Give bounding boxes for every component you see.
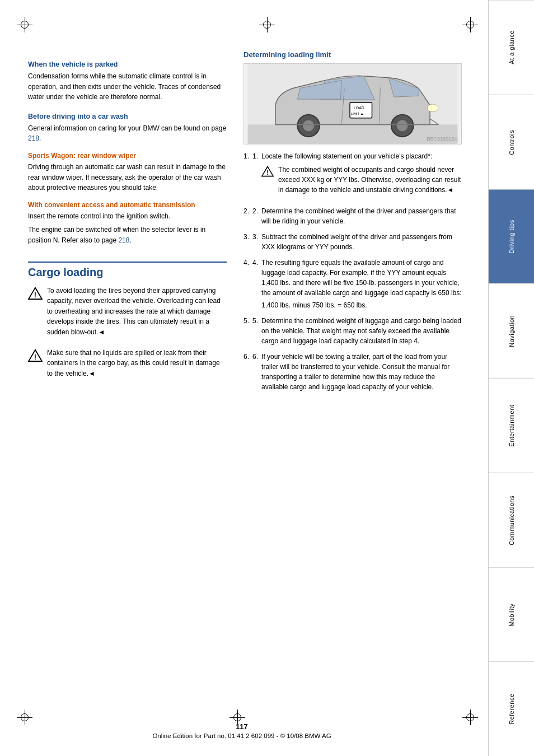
- svg-rect-5: [248, 124, 458, 144]
- main-content: When the vehicle is parked Condensation …: [28, 22, 484, 442]
- list-num-2: 2.: [252, 206, 258, 226]
- sidebar-tab-entertainment[interactable]: Entertainment: [489, 378, 534, 473]
- svg-text:!: !: [34, 353, 36, 361]
- svg-text:!: !: [34, 291, 36, 299]
- list-num-3: 3.: [252, 232, 258, 252]
- list-text-2: Determine the combined weight of the dri…: [261, 206, 462, 226]
- section-car-wash: Before driving into a car wash General i…: [28, 113, 227, 144]
- list-text-6: If your vehicle will be towing a trailer…: [261, 352, 462, 392]
- list-text-1: Locate the following statement on your v…: [261, 152, 432, 160]
- warning-icon-2: !: [28, 348, 43, 363]
- right-sidebar: At a glance Controls Driving tips Naviga…: [488, 0, 534, 756]
- list-num-4: 4.: [252, 258, 258, 310]
- list-item-4: 4. The resulting figure equals the avail…: [243, 258, 462, 310]
- svg-point-7: [303, 120, 314, 132]
- section-sports-wagon: Sports Wagon: rear window wiper Driving …: [28, 152, 227, 193]
- list-item-1: 1. Locate the following statement on you…: [243, 151, 462, 200]
- list-num-5: 5.: [252, 316, 258, 346]
- text-convenient-access-2: The engine can be switched off when the …: [28, 225, 227, 245]
- svg-point-15: [427, 104, 438, 112]
- sidebar-tab-navigation[interactable]: Navigation: [489, 283, 534, 378]
- heading-sports-wagon: Sports Wagon: rear window wiper: [28, 152, 227, 160]
- list-item-3: 3. Subtract the combined weight of the d…: [243, 232, 462, 252]
- svg-rect-12: [350, 102, 372, 118]
- svg-point-9: [397, 120, 408, 132]
- list-num-1: 1.: [252, 151, 258, 200]
- heading-car-wash: Before driving into a car wash: [28, 113, 227, 120]
- sidebar-tab-communications[interactable]: Communications: [489, 473, 534, 567]
- warning-block-1: ! To avoid loading the tires beyond thei…: [28, 286, 227, 341]
- link-page-218-carwash[interactable]: 218: [28, 134, 39, 142]
- sidebar-tab-mobility[interactable]: Mobility: [489, 567, 534, 662]
- list-item-5: 5. Determine the combined weight of lugg…: [243, 316, 462, 346]
- text-convenient-access-1: Insert the remote control into the ignit…: [28, 211, 227, 222]
- two-column-layout: When the vehicle is parked Condensation …: [28, 50, 484, 398]
- svg-text:LIMIT ▲: LIMIT ▲: [351, 112, 363, 115]
- notice-text-1: The combined weight of occupants and car…: [278, 165, 462, 195]
- list-text-3: Subtract the combined weight of the driv…: [261, 232, 462, 252]
- image-caption: BBC31601SA: [427, 136, 458, 142]
- page-container: At a glance Controls Driving tips Naviga…: [0, 0, 534, 756]
- svg-text:LOAD: LOAD: [354, 106, 364, 110]
- list-text-5: Determine the combined weight of luggage…: [261, 316, 462, 346]
- svg-text:!: !: [266, 169, 269, 176]
- warning-block-2: ! Make sure that no liquids are spilled …: [28, 348, 227, 382]
- right-column: Determining loading limit: [243, 50, 462, 398]
- link-page-218-access[interactable]: 218: [118, 236, 129, 244]
- list-text-4: The resulting figure equals the availabl…: [261, 259, 462, 297]
- sidebar-tab-controls[interactable]: Controls: [489, 95, 534, 189]
- crosshair-top-mid: [259, 17, 275, 32]
- warning-text-1: To avoid loading the tires beyond their …: [47, 286, 227, 338]
- sidebar-tab-driving-tips[interactable]: Driving tips: [489, 189, 534, 284]
- heading-parked: When the vehicle is parked: [28, 60, 227, 68]
- page-number: 117: [0, 722, 484, 731]
- sidebar-tab-reference[interactable]: Reference: [489, 661, 534, 756]
- numbered-list: 1. Locate the following statement on you…: [243, 151, 462, 392]
- page-footer: 117 Online Edition for Part no. 01 41 2 …: [0, 722, 484, 739]
- list-item-6: 6. If your vehicle will be towing a trai…: [243, 352, 462, 392]
- section-convenient-access: With convenient access and automatic tra…: [28, 201, 227, 246]
- warning-icon-1: !: [28, 286, 43, 301]
- crosshair-top-right: [462, 17, 478, 32]
- heading-determining-loading: Determining loading limit: [243, 50, 462, 59]
- notice-block-1: ! The combined weight of occupants and c…: [261, 165, 462, 195]
- list-item-2: 2. Determine the combined weight of the …: [243, 206, 462, 226]
- crosshair-top-left: [17, 17, 32, 32]
- footer-text: Online Edition for Part no. 01 41 2 602 …: [0, 732, 484, 739]
- notice-icon-1: !: [261, 165, 274, 178]
- vehicle-image: LOAD LIMIT ▲ BBC31601SA: [243, 63, 462, 144]
- left-column: When the vehicle is parked Condensation …: [28, 50, 227, 398]
- text-parked: Condensation forms while the automatic c…: [28, 71, 227, 102]
- warning-text-2: Make sure that no liquids are spilled or…: [47, 348, 227, 379]
- sidebar-tab-at-a-glance[interactable]: At a glance: [489, 0, 534, 95]
- text-car-wash: General information on caring for your B…: [28, 123, 227, 144]
- list-text-4-extra: 1,400 lbs. minus 750 lbs. = 650 lbs.: [261, 300, 462, 310]
- section-parked: When the vehicle is parked Condensation …: [28, 60, 227, 102]
- text-sports-wagon: Driving through an automatic car wash ca…: [28, 162, 227, 193]
- cargo-title: Cargo loading: [28, 262, 227, 279]
- list-num-6: 6.: [252, 352, 258, 392]
- cargo-section: Cargo loading ! To avoid loading the tir…: [28, 262, 227, 382]
- heading-convenient-access: With convenient access and automatic tra…: [28, 201, 227, 209]
